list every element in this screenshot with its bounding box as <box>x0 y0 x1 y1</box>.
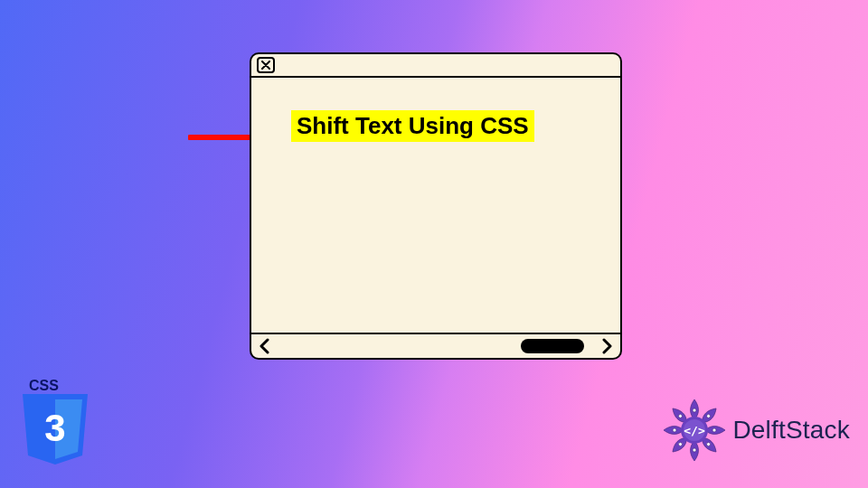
svg-point-8 <box>693 448 696 452</box>
window-body: Shift Text Using CSS <box>250 78 622 333</box>
brand-name: DelftStack <box>732 416 850 445</box>
chevron-right-icon <box>599 338 615 354</box>
css3-badge-icon: CSS 3 <box>20 378 90 468</box>
headline-text: Shift Text Using CSS <box>291 110 534 142</box>
css3-label: CSS <box>29 378 59 393</box>
css3-version: 3 <box>44 407 65 449</box>
browser-window-illustration: Shift Text Using CSS <box>250 52 622 360</box>
svg-point-4 <box>693 408 696 412</box>
close-icon <box>257 57 275 73</box>
svg-point-6 <box>712 428 716 432</box>
svg-text:</>: </> <box>684 424 706 437</box>
mandala-icon: </> <box>662 398 727 463</box>
svg-point-10 <box>673 428 676 432</box>
scrollbar-thumb <box>521 339 584 353</box>
chevron-left-icon <box>257 338 273 354</box>
window-titlebar <box>250 52 622 78</box>
brand-logo: </> DelftStack <box>662 398 850 463</box>
window-scrollbar <box>250 333 622 360</box>
tutorial-banner: Shift Text Using CSS CSS 3 <box>0 0 868 488</box>
